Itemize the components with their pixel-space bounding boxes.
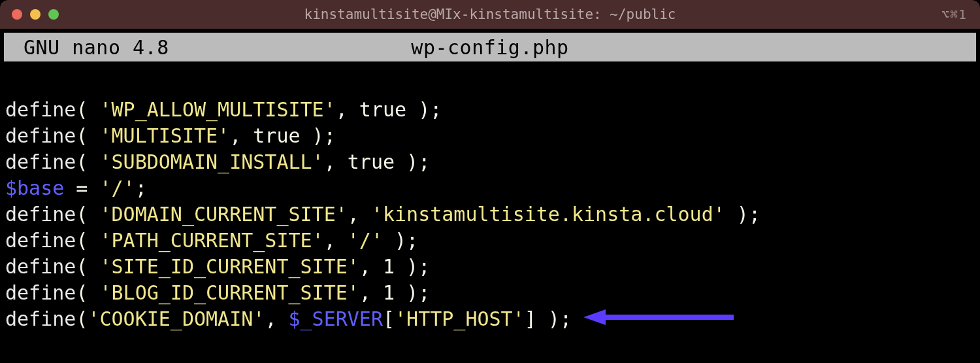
editor-content[interactable]: define( 'WP_ALLOW_MULTISITE', true );def…: [0, 61, 980, 334]
php-variable: $base: [5, 177, 64, 199]
define-value: 'kinstamultisite.kinsta.cloud': [371, 203, 725, 226]
maximize-window-button[interactable]: [48, 9, 59, 20]
define-value: true: [253, 124, 300, 147]
define-key: 'WP_ALLOW_MULTISITE': [100, 98, 336, 121]
define-key: 'SITE_ID_CURRENT_SITE': [100, 255, 359, 278]
window-title: kinstamultisite@MIx-kinstamultisite: ~/p…: [304, 7, 676, 22]
code-line: $base = '/';: [5, 175, 976, 201]
code-line: define( 'SUBDOMAIN_INSTALL', true );: [5, 149, 976, 175]
define-key: 'DOMAIN_CURRENT_SITE': [100, 203, 348, 226]
minimize-window-button[interactable]: [30, 9, 41, 20]
define-value: 1: [383, 255, 395, 278]
define-key: 'BLOG_ID_CURRENT_SITE': [100, 281, 359, 304]
php-variable: $_SERVER: [289, 307, 384, 330]
define-value: true: [359, 98, 406, 121]
close-window-button[interactable]: [12, 9, 22, 20]
define-key: 'SUBDOMAIN_INSTALL': [100, 150, 324, 173]
nano-filename: wp-config.php: [411, 36, 568, 59]
nano-app-name: GNU nano 4.8: [4, 36, 169, 59]
code-line: define( 'PATH_CURRENT_SITE', '/' );: [5, 228, 976, 254]
define-key: 'COOKIE_DOMAIN': [88, 307, 265, 330]
traffic-lights: [0, 9, 59, 20]
define-value: '/': [348, 229, 383, 252]
code-line: define('COOKIE_DOMAIN', $_SERVER['HTTP_H…: [5, 306, 976, 334]
define-key: 'MULTISITE': [100, 124, 230, 147]
code-line: define( 'MULTISITE', true );: [5, 123, 976, 149]
code-line: define( 'DOMAIN_CURRENT_SITE', 'kinstamu…: [5, 201, 976, 228]
code-line: define( 'BLOG_ID_CURRENT_SITE', 1 );: [5, 280, 976, 306]
window-shortcut-hint: ⌥⌘1: [941, 7, 967, 22]
code-line: define( 'SITE_ID_CURRENT_SITE', 1 );: [5, 254, 976, 280]
nano-header-bar: GNU nano 4.8 wp-config.php: [4, 33, 976, 61]
define-value: 1: [383, 281, 395, 304]
window-titlebar: kinstamultisite@MIx-kinstamultisite: ~/p…: [0, 0, 980, 29]
define-key: 'PATH_CURRENT_SITE': [100, 229, 324, 252]
assign-value: '/': [100, 177, 135, 199]
pointer-arrow-icon: [583, 307, 740, 334]
svg-marker-1: [583, 309, 606, 325]
code-line: define( 'WP_ALLOW_MULTISITE', true );: [5, 97, 976, 123]
define-value: true: [348, 150, 395, 173]
